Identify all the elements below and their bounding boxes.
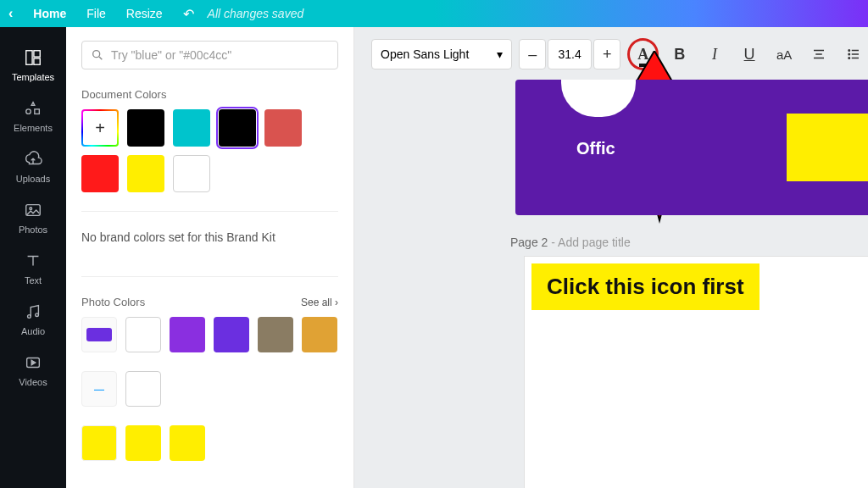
canvas-page-2[interactable]: Click this icon first Place y [524, 256, 868, 488]
font-family-select[interactable]: Open Sans Light ▾ [371, 39, 512, 69]
font-size-control: – + [519, 39, 620, 69]
undo-icon[interactable]: ↶ [183, 6, 194, 22]
text-toolbar: Open Sans Light ▾ – + A B I U aA [371, 37, 868, 71]
color-search[interactable] [81, 41, 338, 69]
bold-button[interactable]: B [665, 39, 693, 69]
add-color-swatch[interactable]: + [81, 109, 119, 147]
audio-icon [23, 302, 43, 322]
page-number: Page 2 [510, 236, 548, 249]
save-status: All changes saved [208, 7, 304, 20]
rail-uploads[interactable]: Uploads [0, 141, 66, 191]
rail-label: Uploads [16, 174, 50, 184]
photo-thumb[interactable] [81, 317, 117, 352]
page-title-placeholder: - Add page title [548, 236, 630, 249]
rail-label: Templates [12, 72, 54, 82]
italic-button[interactable]: I [700, 39, 728, 69]
photo-thumb[interactable] [81, 425, 117, 461]
photos-icon [23, 200, 43, 220]
search-input[interactable] [111, 48, 329, 62]
top-menu-bar: ‹ Home File Resize ↶ All changes saved [0, 0, 868, 27]
side-rail: Templates Elements Uploads Photos [0, 27, 66, 488]
svg-point-6 [30, 207, 32, 209]
svg-point-10 [93, 51, 100, 58]
photo-colors-label: Photo Colors [81, 296, 145, 308]
resize-menu[interactable]: Resize [126, 7, 163, 20]
svg-rect-0 [26, 50, 32, 64]
color-swatch[interactable] [302, 317, 337, 352]
align-button[interactable] [805, 39, 833, 69]
svg-rect-4 [35, 108, 40, 114]
rail-label: Text [25, 275, 42, 286]
font-size-input[interactable] [548, 39, 592, 69]
color-swatch[interactable] [127, 155, 164, 192]
font-size-increase[interactable]: + [593, 39, 620, 69]
color-swatch[interactable] [170, 317, 205, 352]
text-icon [23, 251, 43, 271]
videos-icon [23, 352, 43, 373]
list-button[interactable] [840, 39, 868, 69]
rail-templates[interactable]: Templates [0, 39, 66, 90]
photo-thumb[interactable]: ▬▬▬ [81, 371, 117, 407]
svg-point-12 [849, 53, 850, 55]
rail-label: Elements [14, 123, 53, 133]
file-menu[interactable]: File [86, 7, 106, 20]
color-swatch[interactable] [173, 109, 210, 147]
color-swatch[interactable] [214, 317, 249, 352]
search-icon [91, 48, 104, 62]
rail-label: Audio [21, 326, 45, 336]
canvas-page-1[interactable]: Offic [515, 80, 868, 215]
photo-colors-title: Photo Colors See all › [81, 296, 338, 308]
chevron-down-icon: ▾ [497, 47, 503, 61]
font-size-decrease[interactable]: – [519, 39, 546, 69]
templates-icon [23, 47, 43, 68]
uploads-icon [23, 149, 43, 169]
color-swatch[interactable] [125, 317, 161, 352]
page1-text: Offic [576, 139, 615, 158]
color-swatch[interactable] [125, 425, 161, 461]
svg-rect-1 [34, 50, 40, 56]
rail-photos[interactable]: Photos [0, 191, 66, 242]
rail-label: Videos [19, 377, 47, 387]
rail-audio[interactable]: Audio [0, 293, 66, 344]
color-swatch[interactable] [264, 109, 302, 147]
photo-colors-row3 [81, 425, 338, 461]
page1-highlight [787, 114, 868, 181]
photo-colors-row2: ▬▬▬ [81, 371, 338, 407]
document-colors: + [81, 109, 338, 192]
rail-text[interactable]: Text [0, 242, 66, 293]
font-name: Open Sans Light [381, 47, 469, 61]
rail-label: Photos [19, 225, 47, 235]
brand-colors-empty: No brand colors set for this Brand Kit [81, 211, 338, 277]
svg-point-11 [849, 50, 850, 52]
document-colors-title: Document Colors [81, 88, 338, 101]
color-panel: Document Colors + No brand colors set fo… [66, 27, 354, 488]
photo-colors [81, 317, 338, 352]
color-swatch[interactable] [170, 425, 205, 461]
svg-point-3 [26, 108, 31, 114]
svg-rect-2 [34, 58, 40, 64]
svg-point-8 [36, 313, 39, 316]
text-color-button[interactable]: A [627, 38, 659, 70]
underline-button[interactable]: U [736, 39, 764, 69]
color-swatch[interactable] [125, 371, 161, 407]
svg-point-13 [849, 58, 850, 59]
text-case-button[interactable]: aA [771, 39, 798, 69]
canvas-area: Open Sans Light ▾ – + A B I U aA [354, 27, 868, 488]
rail-elements[interactable]: Elements [0, 90, 66, 141]
color-swatch-selected[interactable] [219, 109, 256, 147]
back-icon[interactable]: ‹ [8, 6, 13, 21]
see-all-link[interactable]: See all › [301, 297, 338, 308]
svg-point-7 [28, 314, 31, 318]
annotation-text: Click this icon first [531, 263, 760, 310]
home-link[interactable]: Home [33, 7, 66, 20]
color-swatch[interactable] [81, 155, 119, 192]
page-label[interactable]: Page 2 - Add page title [510, 236, 631, 249]
color-swatch[interactable] [127, 109, 164, 147]
rail-videos[interactable]: Videos [0, 344, 66, 395]
page1-shape [561, 80, 636, 117]
color-swatch[interactable] [173, 155, 210, 192]
color-swatch[interactable] [258, 317, 293, 352]
elements-icon [23, 98, 43, 119]
